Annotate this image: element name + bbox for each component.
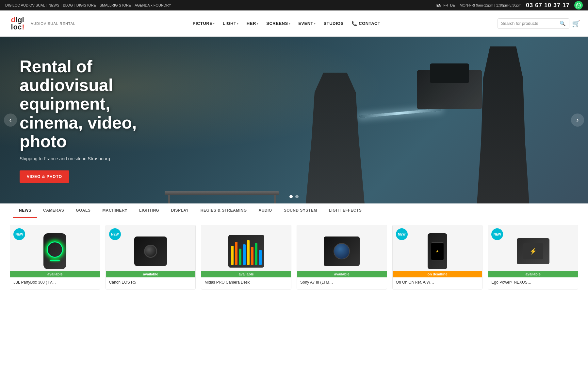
topbar-link-news[interactable]: NEWS: [49, 3, 59, 7]
topbar: DIGILOC AUDIOVISUAL | NEWS | BLOG | DIGI…: [0, 0, 588, 10]
topbar-phone[interactable]: 03 67 10 37 17: [526, 2, 570, 9]
product-status: available: [10, 271, 100, 277]
hero-person1: [306, 73, 365, 203]
product-card[interactable]: NEW ⚡ on deadline On On On Ref, A/W…: [392, 225, 483, 289]
speaker-shape: [43, 233, 66, 269]
generator-shape: ⚡: [517, 238, 549, 264]
hero-next-button[interactable]: ›: [571, 114, 584, 127]
filter-tabs: NEWS CAMERAS GOALS MACHINERY LIGHTING DI…: [0, 203, 588, 218]
filter-tab-light-effects[interactable]: LIGHT EFFECTS: [323, 203, 368, 218]
topbar-link-digistore[interactable]: DIGISTORE: [76, 3, 96, 7]
mixer-shape: [228, 235, 264, 268]
filter-tab-cameras[interactable]: CAMERAS: [37, 203, 70, 218]
filter-tab-sound[interactable]: SOUND SYSTEM: [278, 203, 323, 218]
main-nav: PICTURE ▾ LIGHT ▾ HER ▾ SCREENS ▾ EVENT …: [83, 18, 490, 29]
product-name: Midas PRO Camera Desk: [201, 277, 291, 289]
product-status: available: [297, 271, 387, 277]
nav-studios[interactable]: STUDIOS: [320, 18, 347, 28]
product-card[interactable]: NEW ⚡ available Ego Power+ NEXUS…: [488, 225, 578, 289]
product-badge: NEW: [13, 228, 25, 240]
product-name: Ego Power+ NEXUS…: [488, 277, 578, 289]
topbar-link-agenda[interactable]: AGENDA x FOUNDRY: [135, 3, 171, 7]
charger-shape: ⚡: [428, 233, 447, 269]
header: digi loc! AUDIOVISUAL RENTAL PICTURE ▾ L…: [0, 10, 588, 37]
product-status: on deadline: [393, 271, 482, 277]
chevron-down-icon: ▾: [257, 22, 259, 25]
product-name: On On On Ref, A/W…: [393, 277, 482, 289]
hero-title: Rental of audiovisual equipment, cinema,…: [20, 57, 176, 151]
product-name: JBL PartyBox 300 (TV…: [10, 277, 100, 289]
product-status: available: [488, 271, 578, 277]
lang-de[interactable]: DE: [450, 3, 455, 7]
hero-cta-button[interactable]: VIDEO & PHOTO: [20, 170, 69, 183]
logo-subtitle: AUDIOVISUAL RENTAL: [31, 22, 75, 26]
topbar-hours: MON-FRI 9am-12pm | 1:30pm-5:30pm: [460, 3, 521, 7]
product-card[interactable]: available Midas PRO Camera Desk: [201, 225, 291, 289]
product-status: available: [201, 271, 291, 277]
nav-screens[interactable]: SCREENS ▾: [263, 18, 294, 28]
search-input[interactable]: [501, 21, 558, 26]
topbar-links: DIGILOC AUDIOVISUAL | NEWS | BLOG | DIGI…: [5, 3, 171, 7]
filter-tab-display[interactable]: DISPLAY: [165, 203, 194, 218]
hero-dots: [289, 195, 299, 198]
topbar-langs: EN FR DE: [436, 3, 455, 7]
topbar-link-digiloc[interactable]: DIGILOC AUDIOVISUAL: [5, 3, 45, 7]
nav-her[interactable]: HER ▾: [243, 18, 262, 28]
products-section: NEW available JBL PartyBox 300 (TV… NEW …: [0, 218, 588, 296]
phone-icon: 📞: [351, 21, 357, 26]
lang-en[interactable]: EN: [436, 3, 441, 7]
product-name: Sony A7 III (LTM…: [297, 277, 387, 289]
product-badge: NEW: [109, 228, 121, 240]
whatsapp-icon[interactable]: [574, 1, 583, 9]
chevron-down-icon: ▾: [213, 22, 215, 25]
filter-tab-lighting[interactable]: LIGHTING: [133, 203, 165, 218]
product-card[interactable]: NEW available JBL PartyBox 300 (TV…: [10, 225, 100, 289]
header-actions: 🔍 🛒: [498, 18, 580, 29]
product-status: available: [106, 271, 196, 277]
product-card[interactable]: NEW available Canon EOS R5: [106, 225, 196, 289]
search-icon[interactable]: 🔍: [560, 21, 566, 26]
hero-prev-button[interactable]: ‹: [4, 114, 17, 127]
products-grid: NEW available JBL PartyBox 300 (TV… NEW …: [10, 225, 578, 289]
camera-shape: [134, 237, 167, 266]
filter-tab-machinery[interactable]: MACHINERY: [96, 203, 133, 218]
chevron-down-icon: ▾: [237, 22, 239, 25]
product-badge: NEW: [396, 228, 408, 240]
product-image: available: [201, 225, 291, 277]
chevron-down-icon: ▾: [314, 22, 316, 25]
hero-content: Rental of audiovisual equipment, cinema,…: [0, 57, 196, 183]
product-image: available: [297, 225, 387, 277]
filter-tab-news[interactable]: NEWS: [13, 203, 37, 218]
hero-camera: [417, 70, 482, 109]
product-card[interactable]: available Sony A7 III (LTM…: [297, 225, 387, 289]
cart-icon[interactable]: 🛒: [572, 20, 580, 27]
chevron-down-icon: ▾: [289, 22, 291, 25]
nav-light[interactable]: LIGHT ▾: [220, 18, 242, 28]
nav-picture[interactable]: PICTURE ▾: [189, 18, 218, 28]
nav-event[interactable]: EVENT ▾: [295, 18, 319, 28]
sony-camera-shape: [324, 237, 360, 266]
hero-dot-1[interactable]: [289, 195, 293, 198]
lang-fr[interactable]: FR: [443, 3, 448, 7]
search-box[interactable]: 🔍: [498, 18, 569, 29]
product-name: Canon EOS R5: [106, 277, 196, 289]
logo-image: digi loc!: [8, 14, 27, 33]
topbar-right: EN FR DE MON-FRI 9am-12pm | 1:30pm-5:30p…: [436, 1, 583, 9]
hero-subtitle: Shipping to France and on site in Strasb…: [20, 156, 176, 161]
logo[interactable]: digi loc! AUDIOVISUAL RENTAL: [8, 14, 75, 33]
nav-contact[interactable]: 📞 CONTACT: [348, 18, 384, 29]
topbar-link-smallrig[interactable]: SMALLRIG STORE: [100, 3, 131, 7]
hero-dot-2[interactable]: [295, 195, 299, 198]
filter-tab-goals[interactable]: GOALS: [70, 203, 96, 218]
filter-tab-audio[interactable]: AUDIO: [253, 203, 278, 218]
hero-section: Rental of audiovisual equipment, cinema,…: [0, 37, 588, 203]
hero-desk: [165, 191, 279, 195]
topbar-link-blog[interactable]: BLOG: [63, 3, 73, 7]
filter-tab-regies[interactable]: REGIES & STREAMING: [195, 203, 253, 218]
